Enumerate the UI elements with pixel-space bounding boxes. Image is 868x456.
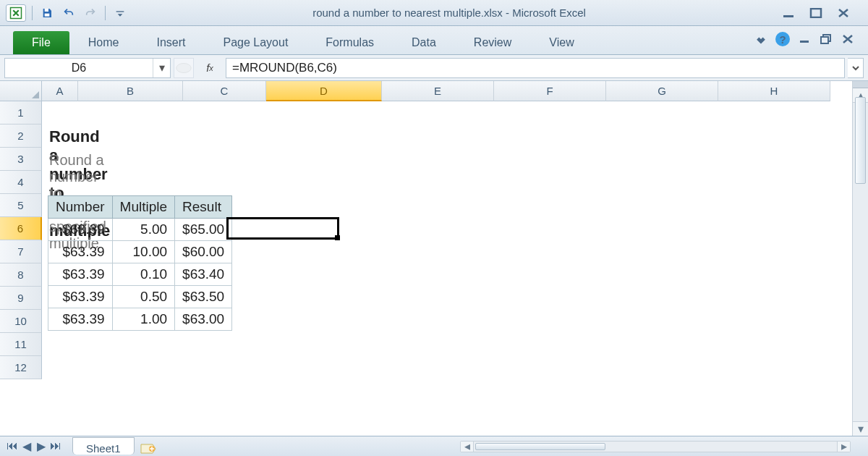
column-header[interactable]: E [382,81,494,101]
selection-cursor [226,217,339,240]
row-header[interactable]: 12 [0,356,42,379]
workbook-restore-icon[interactable] [819,32,833,46]
column-header[interactable]: F [494,81,606,101]
next-sheet-icon[interactable]: ▶ [35,439,48,452]
row-header[interactable]: 3 [0,148,42,171]
row-header[interactable]: 7 [0,240,42,263]
svg-rect-4 [811,9,821,17]
name-box-dropdown-icon[interactable]: ▾ [153,59,170,77]
header-multiple: Multiple [112,196,174,219]
cell[interactable]: $60.00 [175,241,232,263]
row-header[interactable]: 6 [0,217,42,240]
save-icon[interactable] [38,5,56,21]
cell[interactable]: 1.00 [112,308,174,331]
formula-input[interactable]: =MROUND(B6,C6) [226,58,845,78]
table-row: $63.391.00$63.00 [48,308,232,331]
prev-sheet-icon[interactable]: ◀ [20,439,33,452]
help-icon[interactable]: ? [775,32,790,46]
horizontal-scrollbar[interactable]: ◂ ▸ [460,441,851,452]
row-header[interactable]: 9 [0,287,42,310]
window-title: round a number to nearest multiple.xlsx … [135,7,764,19]
new-sheet-icon[interactable] [137,442,159,456]
ribbon-tabs: File Home Insert Page Layout Formulas Da… [0,26,868,55]
split-handle[interactable] [853,81,868,88]
cell[interactable]: $63.39 [48,241,113,263]
separator [105,6,106,20]
fx-icon[interactable]: fx [197,58,223,78]
minimize-icon[interactable] [780,6,797,20]
svg-point-8 [176,63,191,72]
cells-area[interactable]: Round a number to nearest multiple Round… [42,101,868,436]
cell[interactable]: $63.39 [48,263,113,286]
column-header[interactable]: C [183,81,266,101]
cell[interactable]: 5.00 [112,219,174,241]
row-header[interactable]: 5 [0,194,42,217]
workbook-close-icon[interactable] [841,32,855,46]
row-header[interactable]: 1 [0,101,42,124]
cell[interactable]: 0.10 [112,263,174,286]
qat-customize-icon[interactable] [111,5,129,21]
table-row: $63.3910.00$60.00 [48,241,232,263]
scroll-thumb[interactable] [855,97,866,184]
cell[interactable]: 0.50 [112,286,174,308]
column-header[interactable]: G [606,81,718,101]
quick-access-toolbar [0,4,135,22]
redo-icon[interactable] [82,5,99,21]
workbook-minimize-icon[interactable] [797,32,812,46]
last-sheet-icon[interactable]: ⏭ [49,439,62,452]
column-header[interactable]: H [718,81,830,101]
header-result: Result [175,196,232,219]
header-number: Number [48,196,113,219]
vertical-scrollbar[interactable]: ▴ ▾ [852,81,868,436]
status-bar: ⏮ ◀ ▶ ⏭ Sheet1 ◂ ▸ [0,436,868,456]
fill-handle[interactable] [335,235,340,240]
name-box[interactable]: D6 ▾ [4,58,171,78]
tab-formulas[interactable]: Formulas [307,31,393,54]
cell[interactable]: $63.39 [48,308,113,331]
cell[interactable]: $65.00 [175,219,232,241]
column-headers: ABCDEFGH [0,81,868,101]
column-header[interactable]: D [266,81,382,101]
scroll-left-icon[interactable]: ◂ [461,442,474,452]
select-all-corner[interactable] [0,81,42,101]
maximize-icon[interactable] [807,6,825,20]
tab-insert[interactable]: Insert [137,31,204,54]
cell[interactable]: $63.50 [175,286,232,308]
column-header[interactable]: B [78,81,183,101]
scroll-down-icon[interactable]: ▾ [853,421,868,436]
table-row: $63.390.10$63.40 [48,263,232,286]
sheet-nav: ⏮ ◀ ▶ ⏭ [0,436,68,456]
column-header[interactable]: A [42,81,78,101]
cell[interactable]: $63.39 [48,286,113,308]
formula-bar-expand-icon[interactable] [848,58,864,78]
undo-icon[interactable] [60,5,77,21]
title-bar: round a number to nearest multiple.xlsx … [0,0,868,26]
svg-rect-2 [45,13,50,16]
cell[interactable]: 10.00 [112,241,174,263]
row-header[interactable]: 10 [0,310,42,333]
cell[interactable]: $63.00 [175,308,232,331]
name-box-value: D6 [5,62,153,75]
tab-page-layout[interactable]: Page Layout [204,31,307,54]
cell[interactable]: $63.39 [48,219,113,241]
row-header[interactable]: 4 [0,171,42,194]
svg-rect-5 [800,41,809,43]
hscroll-thumb[interactable] [475,443,605,450]
row-header[interactable]: 11 [0,333,42,356]
row-header[interactable]: 8 [0,263,42,287]
tab-data[interactable]: Data [393,31,455,54]
tab-view[interactable]: View [530,31,592,54]
file-tab[interactable]: File [13,31,69,54]
scroll-right-icon[interactable]: ▸ [837,442,850,452]
ribbon-minimize-icon[interactable] [754,32,768,46]
tab-home[interactable]: Home [69,31,138,54]
first-sheet-icon[interactable]: ⏮ [6,439,19,452]
tab-review[interactable]: Review [455,31,530,54]
sheet-tab[interactable]: Sheet1 [72,437,135,455]
row-header[interactable]: 2 [0,124,42,148]
cell[interactable]: $63.40 [175,263,232,286]
row-headers: 123456789101112 [0,101,42,436]
cancel-formula-icon[interactable] [174,58,194,78]
excel-app-icon[interactable] [6,4,26,22]
close-icon[interactable] [835,6,852,20]
